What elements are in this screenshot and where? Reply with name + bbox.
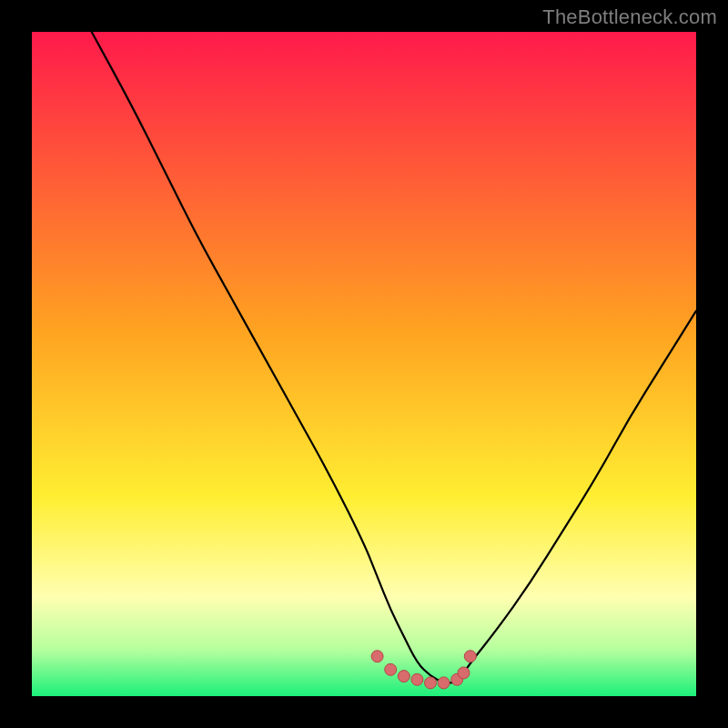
watermark-text: TheBottleneck.com <box>542 5 717 29</box>
optimal-marker <box>464 651 476 662</box>
bottleneck-curve <box>92 32 696 682</box>
bottleneck-curve-layer <box>32 32 696 696</box>
optimal-marker <box>385 663 397 675</box>
optimal-marker <box>425 677 437 689</box>
plot-area <box>32 32 696 696</box>
optimal-marker <box>398 671 410 682</box>
chart-frame: TheBottleneck.com <box>0 0 728 728</box>
optimal-marker <box>458 667 470 679</box>
optimal-marker <box>371 651 383 662</box>
optimal-marker <box>438 677 450 689</box>
optimal-marker <box>411 673 423 685</box>
